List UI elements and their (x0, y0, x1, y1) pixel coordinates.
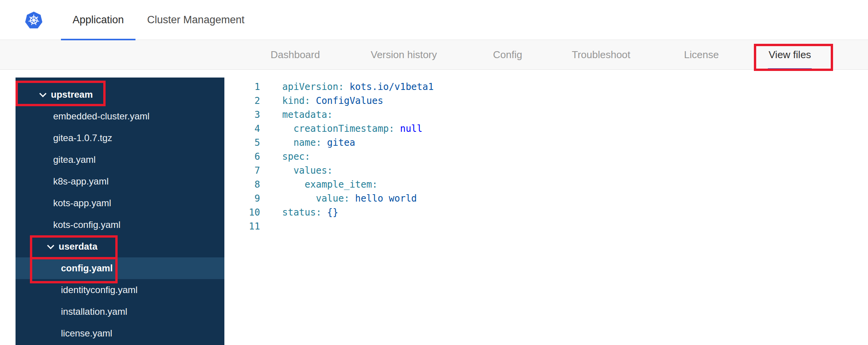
code-token: spec: (282, 151, 310, 162)
code-token (282, 179, 305, 190)
code-token: value: (316, 193, 350, 204)
editor-lines: 1apiVersion: kots.io/v1beta12kind: Confi… (224, 80, 868, 233)
tree-file-kots-app-yaml[interactable]: kots-app.yaml (16, 192, 224, 214)
tree-file-installation-yaml[interactable]: installation.yaml (16, 301, 224, 323)
nav-item-license[interactable]: License (684, 40, 719, 70)
tree-item-label: kots-config.yaml (53, 219, 120, 230)
code-text: metadata: (282, 108, 333, 122)
top-header: ApplicationCluster Management (0, 0, 868, 40)
tree-item-label: gitea-1.0.7.tgz (53, 133, 112, 143)
tree-folder-upstream[interactable]: upstream (16, 84, 224, 105)
code-token: {} (321, 207, 338, 218)
code-text: spec: (282, 150, 310, 164)
line-number: 4 (224, 122, 260, 136)
line-number: 8 (224, 178, 260, 191)
line-number: 11 (224, 219, 260, 233)
nav-item-view-files[interactable]: View files (769, 40, 811, 70)
code-line-3: 3metadata: (224, 108, 868, 122)
tree-item-label: installation.yaml (61, 306, 127, 317)
tree-file-config-yaml[interactable]: config.yaml (16, 257, 224, 279)
line-number: 7 (224, 164, 260, 178)
nav-item-version-history[interactable]: Version history (371, 40, 437, 70)
code-token: status: (282, 207, 321, 218)
chevron-down-icon (47, 242, 54, 249)
kubernetes-logo[interactable] (25, 11, 43, 29)
code-text: value: hello world (282, 191, 417, 205)
nav-item-config[interactable]: Config (493, 40, 522, 70)
line-number: 1 (224, 80, 260, 94)
kubernetes-logo-icon (25, 11, 43, 29)
tree-item-label: k8s-app.yaml (53, 176, 109, 187)
file-tree: upstreamembedded-cluster.yamlgitea-1.0.7… (16, 84, 224, 344)
code-token: ConfigValues (310, 95, 383, 106)
line-number: 10 (224, 205, 260, 219)
line-number: 2 (224, 94, 260, 108)
code-text: apiVersion: kots.io/v1beta1 (282, 80, 434, 94)
code-line-9: 9 value: hello world (224, 191, 868, 205)
code-token: gitea (321, 137, 355, 148)
tree-item-label: gitea.yaml (53, 154, 95, 165)
tree-item-label: userdata (59, 241, 97, 252)
code-line-2: 2kind: ConfigValues (224, 94, 868, 108)
tree-item-label: config.yaml (61, 263, 113, 274)
code-line-1: 1apiVersion: kots.io/v1beta1 (224, 80, 868, 94)
tree-item-label: identityconfig.yaml (61, 285, 137, 295)
header-tab-application[interactable]: Application (61, 0, 135, 40)
code-token: name: (293, 137, 321, 148)
nav-item-troubleshoot[interactable]: Troubleshoot (572, 40, 630, 70)
code-token: values: (293, 165, 333, 176)
code-line-4: 4 creationTimestamp: null (224, 122, 868, 136)
code-token (282, 123, 293, 134)
code-line-8: 8 example_item: (224, 178, 868, 191)
line-number: 5 (224, 136, 260, 150)
code-line-6: 6spec: (224, 150, 868, 164)
file-tree-panel: upstreamembedded-cluster.yamlgitea-1.0.7… (16, 78, 224, 345)
chevron-down-icon (39, 90, 46, 97)
code-text: creationTimestamp: null (282, 122, 422, 136)
tree-file-kots-config-yaml[interactable]: kots-config.yaml (16, 214, 224, 236)
code-token: kots.io/v1beta1 (344, 81, 434, 92)
line-number: 6 (224, 150, 260, 164)
tree-file-identityconfig-yaml[interactable]: identityconfig.yaml (16, 279, 224, 301)
code-line-10: 10status: {} (224, 205, 868, 219)
nav-item-dashboard[interactable]: Dashboard (271, 40, 320, 70)
code-token: null (394, 123, 422, 134)
tree-item-label: license.yaml (61, 328, 112, 339)
code-text: example_item: (282, 178, 378, 191)
tree-file-gitea-1-0-7-tgz[interactable]: gitea-1.0.7.tgz (16, 127, 224, 149)
code-token: kind: (282, 95, 310, 106)
code-token: example_item: (305, 179, 378, 190)
code-line-11: 11 (224, 219, 868, 233)
code-token (282, 165, 293, 176)
tree-file-license-yaml[interactable]: license.yaml (16, 323, 224, 344)
app-subnav: DashboardVersion historyConfigTroublesho… (0, 40, 868, 70)
header-tabs: ApplicationCluster Management (61, 0, 256, 40)
header-tab-cluster-management[interactable]: Cluster Management (135, 0, 256, 40)
code-text: kind: ConfigValues (282, 94, 383, 108)
code-text: values: (282, 164, 333, 178)
tree-file-k8s-app-yaml[interactable]: k8s-app.yaml (16, 171, 224, 192)
code-line-5: 5 name: gitea (224, 136, 868, 150)
tree-item-label: upstream (51, 89, 93, 100)
code-editor[interactable]: 1apiVersion: kots.io/v1beta12kind: Confi… (224, 78, 868, 345)
tree-item-label: kots-app.yaml (53, 198, 111, 209)
code-text: status: {} (282, 205, 339, 219)
code-token: apiVersion: (282, 81, 344, 92)
code-token (282, 193, 316, 204)
line-number: 9 (224, 191, 260, 205)
code-token: hello world (349, 193, 417, 204)
code-text: name: gitea (282, 136, 355, 150)
line-number: 3 (224, 108, 260, 122)
tree-file-gitea-yaml[interactable]: gitea.yaml (16, 149, 224, 171)
tree-file-embedded-cluster-yaml[interactable]: embedded-cluster.yaml (16, 105, 224, 127)
code-token: metadata: (282, 109, 333, 120)
tree-folder-userdata[interactable]: userdata (16, 236, 224, 257)
code-token: creationTimestamp: (293, 123, 394, 134)
code-token (282, 137, 293, 148)
code-line-7: 7 values: (224, 164, 868, 178)
tree-item-label: embedded-cluster.yaml (53, 111, 149, 122)
